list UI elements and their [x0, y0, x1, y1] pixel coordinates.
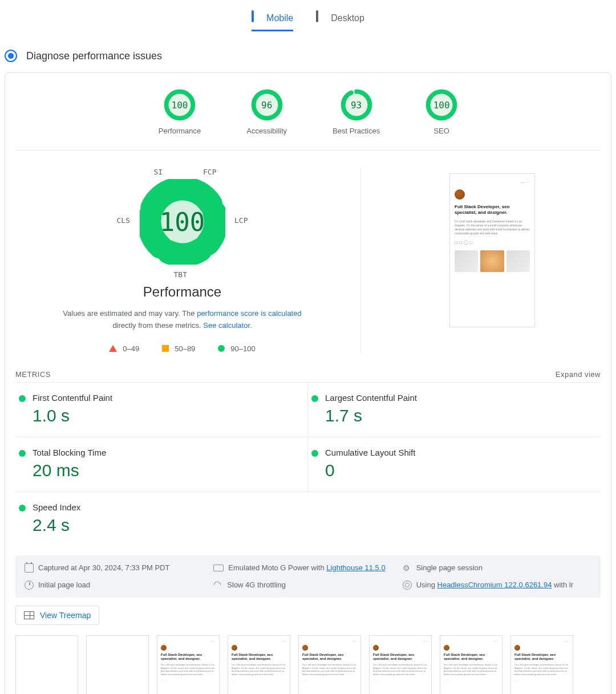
performance-score: 100 — [140, 179, 225, 265]
pass-icon — [19, 450, 26, 457]
run-metadata: Captured at Apr 30, 2024, 7:33 PM PDT Em… — [15, 555, 601, 598]
filmstrip-frame[interactable]: — ·Full Stack Developer, seo specialist,… — [369, 635, 432, 694]
performance-title: Performance — [143, 284, 221, 300]
mobile-icon — [252, 10, 254, 22]
filmstrip-frame[interactable]: — ·Full Stack Developer, seo specialist,… — [157, 635, 220, 694]
diagnose-radio[interactable] — [5, 50, 17, 62]
see-calculator-link[interactable]: See calculator. — [203, 321, 252, 330]
filmstrip-frame[interactable] — [15, 635, 78, 694]
diagnose-label: Diagnose performance issues — [26, 50, 162, 62]
pass-icon — [19, 395, 26, 402]
wifi-icon — [213, 581, 222, 590]
filmstrip: — ·Full Stack Developer, seo specialist,… — [15, 635, 601, 694]
page-screenshot-thumbnail: — · · Full Stack Developer, seo speciali… — [449, 173, 535, 327]
filmstrip-frame[interactable]: — ·Full Stack Developer, seo specialist,… — [440, 635, 502, 694]
score-scale: 0–49 50–89 90–100 — [109, 344, 255, 353]
treemap-icon — [24, 611, 34, 619]
diagnose-row: Diagnose performance issues — [0, 39, 616, 72]
pass-icon — [311, 450, 318, 457]
lighthouse-version-link[interactable]: Lighthouse 11.5.0 — [326, 563, 385, 572]
chromium-version-link[interactable]: HeadlessChromium 122.0.6261.94 — [437, 581, 552, 589]
metric-fcp[interactable]: First Contentful Paint 1.0 s — [15, 383, 308, 437]
tab-desktop-label: Desktop — [331, 13, 364, 23]
desktop-icon — [316, 10, 318, 22]
meta-browser: Using HeadlessChromium 122.0.6261.94 wit… — [403, 581, 591, 590]
filmstrip-frame[interactable]: — ·Full Stack Developer, seo specialist,… — [228, 635, 290, 694]
tab-desktop[interactable]: Desktop — [316, 11, 364, 31]
chrome-icon — [403, 581, 412, 590]
performance-note: Values are estimated and may vary. The p… — [57, 308, 308, 332]
device-tabs: Mobile Desktop — [0, 0, 616, 39]
tab-mobile-label: Mobile — [266, 13, 293, 23]
calendar-icon — [25, 563, 34, 573]
score-row: 100 Performance 96 Accessibility 93 Best… — [15, 84, 601, 151]
gear-icon — [403, 563, 412, 573]
score-best-practices[interactable]: 93 Best Practices — [333, 89, 380, 135]
filmstrip-frame[interactable]: — ·Full Stack Developer, seo specialist,… — [510, 635, 573, 694]
device-icon — [213, 565, 224, 571]
score-performance[interactable]: 100 Performance — [159, 89, 201, 135]
view-treemap-button[interactable]: View Treemap — [15, 606, 99, 625]
pass-icon — [218, 345, 225, 352]
metric-lcp[interactable]: Largest Contentful Paint 1.7 s — [308, 383, 601, 437]
pass-icon — [311, 395, 318, 402]
meta-session: Single page session — [403, 563, 591, 573]
meta-throttle: Slow 4G throttling — [213, 581, 402, 590]
meta-captured: Captured at Apr 30, 2024, 7:33 PM PDT — [25, 563, 213, 573]
metric-si[interactable]: Speed Index 2.4 s — [15, 492, 308, 546]
metrics-header: METRICS Expand view — [15, 364, 601, 382]
hero-section: SI FCP LCP TBT CLS 100 Performance Value… — [15, 151, 601, 364]
score-accessibility[interactable]: 96 Accessibility — [246, 89, 287, 135]
fail-icon — [109, 345, 117, 352]
pass-icon — [19, 505, 26, 512]
score-calc-link[interactable]: performance score is calculated — [197, 309, 302, 318]
expand-view-toggle[interactable]: Expand view — [556, 370, 601, 379]
clock-icon — [25, 581, 34, 590]
metric-cls[interactable]: Cumulative Layout Shift 0 — [308, 437, 601, 492]
filmstrip-frame[interactable]: — ·Full Stack Developer, seo specialist,… — [298, 635, 361, 694]
average-icon — [162, 345, 169, 352]
filmstrip-frame[interactable] — [86, 635, 149, 694]
metrics-grid: First Contentful Paint 1.0 s Largest Con… — [15, 382, 601, 546]
performance-gauge: SI FCP LCP TBT CLS 100 — [120, 168, 245, 282]
report-card: 100 Performance 96 Accessibility 93 Best… — [5, 72, 611, 694]
meta-load: Initial page load — [25, 581, 213, 590]
tab-mobile[interactable]: Mobile — [252, 11, 293, 31]
metrics-title: METRICS — [15, 370, 51, 379]
meta-device: Emulated Moto G Power with Lighthouse 11… — [213, 563, 402, 573]
score-seo[interactable]: 100 SEO — [425, 89, 457, 135]
metric-tbt[interactable]: Total Blocking Time 20 ms — [15, 437, 308, 492]
